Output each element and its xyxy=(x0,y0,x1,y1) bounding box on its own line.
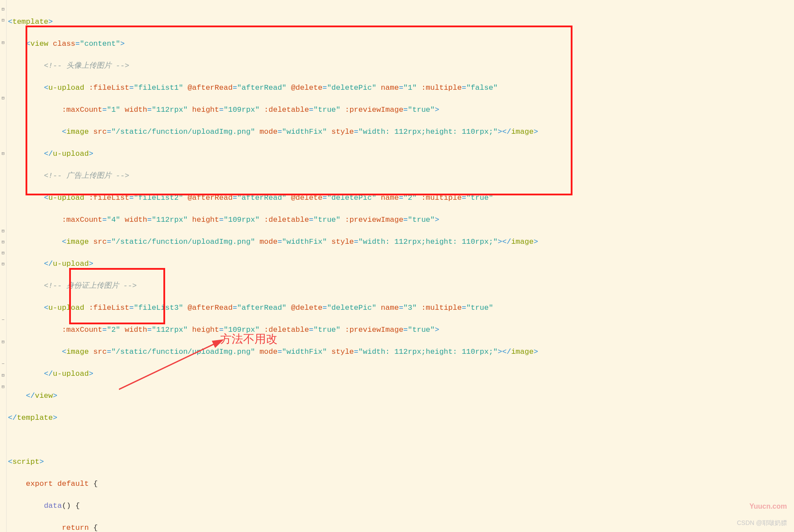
fold-marker[interactable]: ⊟ xyxy=(1,40,5,45)
fold-marker[interactable]: ⊟ xyxy=(1,18,5,22)
fold-marker[interactable]: ⊟ xyxy=(1,96,5,100)
watermark-csdn: CSDN @耶啵奶膘 xyxy=(737,517,787,528)
fold-marker[interactable]: − xyxy=(1,362,5,366)
fold-marker[interactable]: ⊟ xyxy=(1,240,5,244)
fold-marker[interactable]: ⊟ xyxy=(1,385,5,389)
annotation-arrow xyxy=(119,339,229,392)
tag-template: template xyxy=(12,18,48,26)
annotation-text: 方法不用改 xyxy=(220,334,277,345)
fold-marker[interactable]: ⊟ xyxy=(1,262,5,266)
fold-marker[interactable]: ⊟ xyxy=(1,7,5,11)
fold-marker[interactable]: − xyxy=(1,318,5,322)
fold-marker[interactable]: ⊟ xyxy=(1,373,5,378)
fold-marker[interactable]: ⊟ xyxy=(1,151,5,156)
highlight-box-template xyxy=(26,26,572,195)
fold-gutter: ⊟ ⊟ ⊟ ⊟ ⊟ ⊟ ⊟ ⊟ ⊟ − ⊟ − ⊟ ⊟ xyxy=(0,0,7,532)
highlight-box-data xyxy=(69,268,165,324)
watermark-yuucn: Yuucn.com xyxy=(750,501,787,512)
fold-marker[interactable]: ⊟ xyxy=(1,229,5,233)
fold-marker[interactable]: ⊟ xyxy=(1,340,5,344)
svg-line-0 xyxy=(119,343,216,389)
editor-viewport: ⊟ ⊟ ⊟ ⊟ ⊟ ⊟ ⊟ ⊟ ⊟ − ⊟ − ⊟ ⊟ <template> <… xyxy=(0,0,794,532)
fold-marker[interactable]: ⊟ xyxy=(1,251,5,255)
